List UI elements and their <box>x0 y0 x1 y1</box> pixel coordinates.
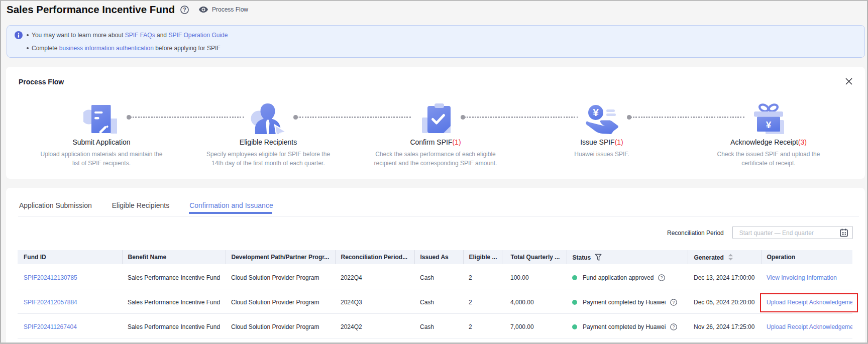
svg-text:¥: ¥ <box>593 106 599 118</box>
svg-text:¥: ¥ <box>766 120 772 130</box>
svg-text:?: ? <box>673 324 675 329</box>
svg-text:?: ? <box>673 300 675 305</box>
svg-text:?: ? <box>661 275 663 280</box>
svg-text:?: ? <box>183 7 186 13</box>
